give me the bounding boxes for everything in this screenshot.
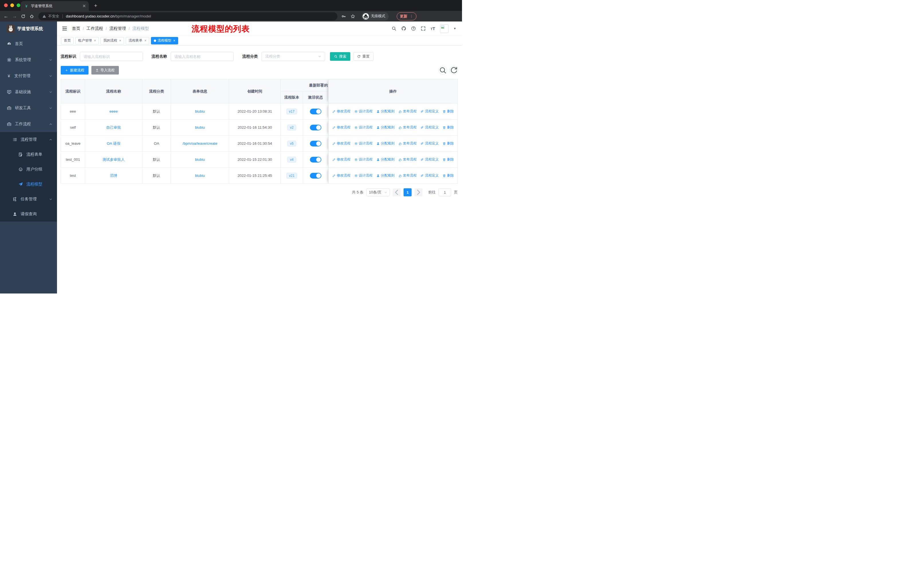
row-action-design[interactable]: 设计流程: [354, 125, 373, 130]
search-button[interactable]: 搜索: [330, 52, 350, 61]
row-action-publish[interactable]: 发布流程: [398, 141, 417, 146]
page-size-select[interactable]: 10条/页: [366, 189, 390, 196]
filter-key-input[interactable]: [80, 52, 143, 61]
row-action-design[interactable]: 设计流程: [354, 157, 373, 162]
font-size-icon[interactable]: TT: [431, 26, 435, 31]
filter-category-select[interactable]: 流程分类: [261, 52, 325, 61]
view-tab[interactable]: 流程表单×: [126, 37, 149, 45]
current-page-button[interactable]: 1: [404, 189, 412, 196]
row-action-assign[interactable]: 分配规则: [376, 173, 395, 178]
sidebar-collapse-icon[interactable]: [62, 26, 67, 31]
model-name-link[interactable]: 测试多审批人: [102, 157, 125, 162]
row-action-design[interactable]: 设计流程: [354, 109, 373, 114]
row-action-delete[interactable]: 删除: [442, 125, 454, 130]
row-action-delete[interactable]: 删除: [442, 141, 454, 146]
row-action-definition[interactable]: 流程定义: [421, 125, 439, 130]
row-action-assign[interactable]: 分配规则: [376, 157, 395, 162]
search-icon[interactable]: [391, 26, 396, 31]
sidebar-item[interactable]: 流程表单: [0, 147, 57, 162]
row-action-design[interactable]: 设计流程: [354, 173, 373, 178]
view-tab[interactable]: 租户管理×: [75, 37, 99, 45]
model-name-link[interactable]: OA 请假: [107, 141, 120, 146]
sidebar-item[interactable]: 研发工具: [0, 100, 57, 116]
home-icon[interactable]: [28, 14, 36, 19]
row-action-definition[interactable]: 流程定义: [421, 141, 439, 146]
import-model-button[interactable]: 导入流程: [91, 66, 119, 74]
row-action-publish[interactable]: 发布流程: [398, 157, 417, 162]
activation-toggle[interactable]: [310, 109, 322, 114]
goto-page-input[interactable]: [439, 189, 451, 196]
browser-tab[interactable]: 芋道管理系统 ✕: [21, 1, 89, 11]
sidebar-item[interactable]: 流程管理: [0, 132, 57, 147]
fullscreen-icon[interactable]: [421, 26, 426, 31]
row-action-assign[interactable]: 分配规则: [376, 125, 395, 130]
form-info-link[interactable]: biubiu: [195, 109, 205, 114]
sidebar-item[interactable]: 系统管理: [0, 52, 57, 68]
reload-icon[interactable]: [19, 14, 28, 19]
sidebar-item[interactable]: 用户分组: [0, 162, 57, 177]
activation-toggle[interactable]: [310, 173, 322, 179]
row-action-delete[interactable]: 删除: [442, 109, 454, 114]
row-action-edit[interactable]: 修改流程: [332, 109, 351, 114]
forward-icon[interactable]: →: [10, 13, 19, 19]
help-icon[interactable]: [411, 26, 416, 31]
maximize-window-button[interactable]: [16, 3, 20, 7]
sidebar-item[interactable]: ¥支付管理: [0, 68, 57, 84]
row-action-edit[interactable]: 修改流程: [332, 141, 351, 146]
breadcrumb-item[interactable]: 流程管理: [109, 26, 126, 31]
back-icon[interactable]: ←: [2, 13, 10, 19]
row-action-definition[interactable]: 流程定义: [421, 157, 439, 162]
caret-down-icon[interactable]: ▼: [454, 27, 456, 30]
row-action-publish[interactable]: 发布流程: [398, 125, 417, 130]
model-name-link[interactable]: eeee: [109, 109, 118, 114]
row-action-assign[interactable]: 分配规则: [376, 109, 395, 114]
bookmark-star-icon[interactable]: [351, 14, 355, 19]
breadcrumb-item[interactable]: 首页: [72, 26, 80, 31]
row-action-definition[interactable]: 流程定义: [421, 173, 439, 178]
prev-page-button[interactable]: [393, 189, 401, 196]
view-tab[interactable]: 首页: [61, 37, 74, 45]
address-bar[interactable]: 不安全 dashboard.yudao.iocoder.cn /bpm/mana…: [38, 12, 337, 20]
browser-update-button[interactable]: 更新 ⋮: [397, 12, 416, 20]
close-icon[interactable]: ×: [144, 39, 146, 43]
view-tab[interactable]: 流程模型×: [151, 37, 178, 45]
model-name-link[interactable]: 滔博: [110, 173, 117, 178]
tab-close-icon[interactable]: ✕: [82, 3, 86, 8]
reset-button[interactable]: 重置: [353, 52, 373, 61]
row-action-edit[interactable]: 修改流程: [332, 157, 351, 162]
sidebar-item[interactable]: 基础设施: [0, 84, 57, 100]
menu-kebab-icon[interactable]: ⋮: [409, 14, 413, 18]
form-info-link[interactable]: /bpm/oa/leave/create: [182, 141, 217, 146]
row-action-delete[interactable]: 删除: [442, 173, 454, 178]
close-icon[interactable]: ×: [94, 39, 96, 43]
avatar[interactable]: [440, 24, 449, 33]
close-icon[interactable]: ×: [119, 39, 121, 43]
row-action-design[interactable]: 设计流程: [354, 141, 373, 146]
sidebar-item[interactable]: 工作流程: [0, 116, 57, 132]
close-icon[interactable]: ×: [173, 39, 175, 43]
github-icon[interactable]: [401, 26, 406, 31]
row-action-assign[interactable]: 分配规则: [376, 141, 395, 146]
create-model-button[interactable]: ＋ 新建流程: [61, 66, 89, 74]
refresh-table-button[interactable]: [450, 66, 458, 74]
form-info-link[interactable]: biubiu: [195, 125, 205, 129]
row-action-delete[interactable]: 删除: [442, 157, 454, 162]
sidebar-item[interactable]: 请假查询: [0, 207, 57, 222]
new-tab-button[interactable]: +: [92, 2, 99, 9]
activation-toggle[interactable]: [310, 141, 322, 147]
password-key-icon[interactable]: [342, 14, 346, 19]
form-info-link[interactable]: biubiu: [195, 157, 205, 162]
row-action-edit[interactable]: 修改流程: [332, 173, 351, 178]
row-action-publish[interactable]: 发布流程: [398, 109, 417, 114]
sidebar-item[interactable]: 流程模型: [0, 177, 57, 192]
activation-toggle[interactable]: [310, 125, 322, 131]
filter-name-input[interactable]: [171, 52, 234, 61]
close-window-button[interactable]: [4, 3, 8, 7]
row-action-publish[interactable]: 发布流程: [398, 173, 417, 178]
model-name-link[interactable]: 自己审批: [106, 125, 121, 130]
breadcrumb-item[interactable]: 工作流程: [86, 26, 103, 31]
row-action-definition[interactable]: 流程定义: [421, 109, 439, 114]
show-search-toggle-button[interactable]: [439, 66, 447, 74]
minimize-window-button[interactable]: [10, 3, 14, 7]
next-page-button[interactable]: [414, 189, 422, 196]
